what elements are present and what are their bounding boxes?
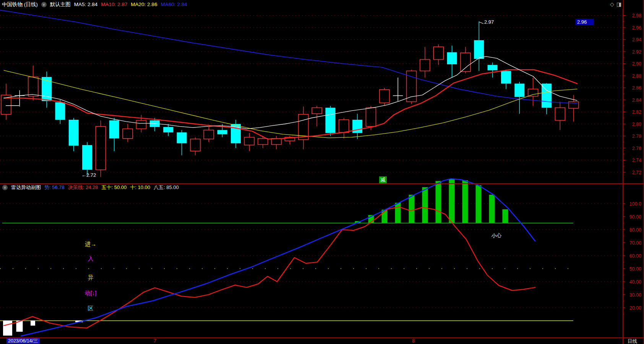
indicator-value-juece: 决策线: 24.28 (68, 184, 98, 191)
candle-up (569, 102, 579, 108)
candle-down (82, 145, 92, 170)
candle-down (69, 120, 79, 146)
price-axis-label: 2.84 (632, 98, 641, 103)
chevron-down-icon[interactable]: ∨ (41, 2, 47, 7)
candle-up (271, 139, 281, 145)
indicator-axis-label: 100.0 (629, 201, 641, 207)
signal-text-jin: 进→ (85, 241, 96, 248)
candle-up (461, 53, 470, 72)
indicator-value-shiline: 十: 10.00 (130, 184, 150, 191)
green-bar (476, 185, 482, 223)
high-pointer-line (479, 22, 483, 24)
split-view-icon[interactable]: ◨ (616, 1, 621, 7)
indicator-axis-label: 40.00 (629, 279, 641, 285)
indicator-axis-label: 50.00 (629, 266, 641, 272)
ma20-legend: MA20: 2.86 (131, 2, 157, 7)
high-price-annotation: 2.97 (484, 19, 494, 25)
price-axis-label: 2.82 (632, 109, 641, 115)
indicator-axis-label: 80.00 (629, 227, 641, 233)
candle-up (420, 59, 430, 71)
indicator-axis-label: 60.00 (629, 253, 641, 259)
candle-down (542, 83, 552, 108)
overlay-label[interactable]: 默认主图 (50, 1, 71, 8)
signal-text-yi: 异 (88, 274, 94, 281)
low-price-annotation: ←2.72 (81, 172, 96, 178)
candle-down (514, 83, 524, 97)
candle-down (55, 102, 65, 120)
candle-down (325, 108, 335, 133)
candle-down (177, 132, 187, 143)
titlebar: 中国铁物 (日线) ∨ 默认主图 MA5: 2.84 MA10: 2.87 MA… (0, 0, 623, 9)
white-bar (31, 321, 35, 326)
candle-up (244, 137, 254, 145)
chevron-down-icon[interactable]: ∨ (2, 185, 8, 190)
candle-up (433, 47, 443, 59)
month-label-august: 8 (412, 338, 415, 344)
price-axis-label: 2.92 (632, 49, 641, 55)
indicator-axis-label: 20.00 (629, 305, 641, 311)
candle-up (366, 108, 376, 126)
reduce-badge: 减 (379, 176, 387, 183)
price-axis-label: 2.74 (632, 158, 641, 163)
candle-up (190, 139, 200, 151)
indicator-axis-label: 90.00 (629, 214, 641, 220)
candle-down (474, 40, 484, 59)
indicator-axis-label: 70.00 (629, 240, 641, 246)
candle-up (312, 108, 322, 114)
indicator-value-shi: 势: 56.78 (44, 184, 65, 191)
indicator-value-wushi: 五十: 50.00 (102, 184, 127, 191)
crosshair-date: 2023/06/14/三 (6, 338, 40, 344)
candle-up (123, 129, 133, 139)
price-axis-label: 2.86 (632, 85, 641, 91)
green-bar (489, 195, 495, 223)
signal-text-ru: 入 (88, 255, 94, 262)
date-axis[interactable]: 2023/06/14/三 7 8 日线 (0, 338, 644, 344)
green-bar (422, 187, 428, 223)
candle-up (258, 139, 268, 145)
candle-down (501, 71, 511, 83)
ma10-legend: MA10: 2.87 (101, 2, 127, 7)
signal-text-qu: 区 (88, 305, 94, 312)
candle-down (352, 120, 362, 133)
candle-up (204, 130, 214, 139)
diamond-icon[interactable]: ◇ (610, 1, 614, 7)
candle-down (217, 130, 227, 134)
price-axis-label: 2.96 (632, 25, 641, 31)
stock-title: 中国铁物 (日线) (2, 1, 38, 8)
signal-text-dong: 动[↓] (85, 290, 97, 297)
ma20-line (4, 70, 577, 138)
indicator-axis-label: 30.00 (629, 292, 641, 298)
ma10-line (4, 70, 577, 139)
price-axis-label: 2.80 (632, 122, 641, 127)
green-bar (503, 209, 508, 223)
candle-up (136, 121, 146, 129)
green-bar (409, 195, 415, 223)
chart-canvas[interactable]: 2.982.962.942.922.902.882.862.842.822.80… (0, 0, 644, 344)
stock-terminal: { "titlebar": { "stock_title": "中国铁物 (日线… (0, 0, 644, 344)
last-price-marker: 2.96 (576, 19, 594, 25)
indicator-value-bawu: 八五: 85.00 (154, 184, 179, 191)
candle-up (339, 120, 349, 132)
trend-line (21, 179, 535, 336)
price-axis-label: 2.90 (632, 61, 641, 67)
indicator-name[interactable]: 雷达异动副图 (11, 184, 41, 191)
period-label: 日线 (628, 338, 637, 344)
white-bar (3, 321, 12, 336)
decision-line (4, 207, 535, 328)
candle-up (380, 90, 389, 103)
candle-down (488, 65, 498, 70)
candle-up (528, 89, 538, 96)
ma60-legend: MA60: 2.84 (161, 2, 187, 7)
price-axis-label: 2.94 (632, 37, 641, 42)
ma5-legend: MA5: 2.84 (74, 2, 98, 7)
price-axis-label: 2.78 (632, 134, 641, 139)
candle-down (163, 127, 173, 132)
candle-up (555, 108, 565, 120)
green-bar (395, 203, 401, 223)
subchart-header: ∨ 雷达异动副图 势: 56.78 决策线: 24.28 五十: 50.00 十… (0, 184, 576, 191)
price-axis-label: 2.98 (632, 13, 641, 18)
price-axis-label: 2.88 (632, 73, 641, 79)
candle-down (109, 121, 119, 139)
candle-up (28, 77, 38, 96)
price-axis-label: 2.72 (632, 170, 641, 175)
